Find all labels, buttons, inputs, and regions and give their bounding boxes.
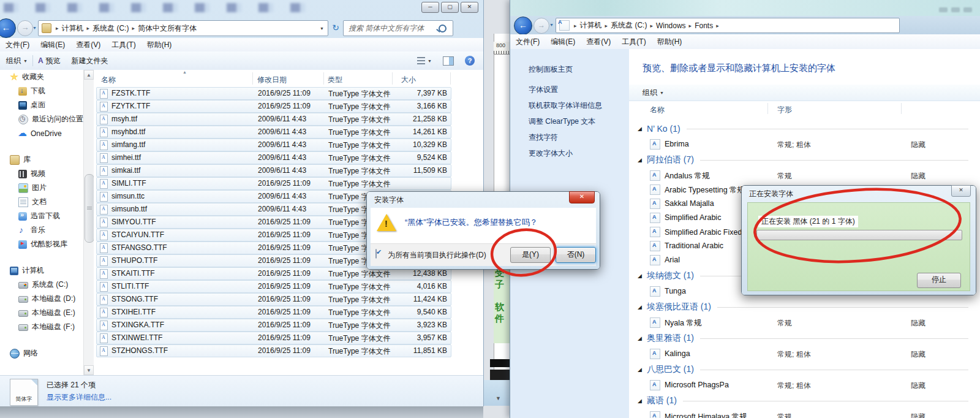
header-separator[interactable]	[901, 103, 902, 114]
collapse-triangle-icon[interactable]: ◢	[638, 126, 642, 132]
font-row[interactable]: Kalinga常规; 粗体隐藏	[629, 347, 980, 361]
breadcrumb-item[interactable]: 简体中文所有字体	[138, 23, 197, 34]
task-link[interactable]: 查找字符	[529, 132, 558, 143]
table-row[interactable]: STXINWEI.TTF2016/9/25 11:09TrueType 字体文件…	[96, 332, 451, 344]
sidebar-item[interactable]: 库	[0, 153, 83, 167]
table-row[interactable]: simfang.ttf2009/6/11 4:43TrueType 字体文件10…	[96, 139, 451, 151]
sidebar-item[interactable]: 文档	[0, 195, 83, 209]
new-folder-button[interactable]: 新建文件夹	[72, 56, 108, 66]
sidebar-item[interactable]: 优酷影视库	[0, 237, 83, 251]
address-dropdown-icon[interactable]: ▼	[320, 26, 324, 31]
collapse-triangle-icon[interactable]: ◢	[638, 335, 642, 341]
table-row[interactable]: STXIHEI.TTF2016/9/25 11:09TrueType 字体文件9…	[96, 306, 451, 319]
address-bar[interactable]: ▸计算机▸系统盘 (C:)▸简体中文所有字体 ▼	[38, 20, 328, 36]
column-header-date[interactable]: 修改日期	[257, 75, 287, 85]
menu-item[interactable]: 查看(V)	[581, 37, 616, 47]
breadcrumb-item[interactable]: Fonts	[695, 21, 713, 30]
close-icon[interactable]: ✕	[569, 191, 595, 203]
control-panel-home-link[interactable]: 控制面板主页	[529, 64, 573, 75]
font-group-header[interactable]: ◢藏语 (1)	[629, 392, 980, 409]
sidebar-item[interactable]: 收藏夹	[0, 70, 83, 84]
sidebar-item[interactable]: 网络	[0, 346, 83, 360]
table-row[interactable]: SIMLI.TTF2016/9/25 11:09TrueType 字体文件	[96, 177, 451, 190]
column-header-type[interactable]: 类型	[328, 75, 342, 85]
collapse-triangle-icon[interactable]: ◢	[638, 157, 642, 163]
table-row[interactable]: msyh.ttf2009/6/11 4:43TrueType 字体文件21,25…	[96, 113, 451, 126]
header-separator[interactable]	[252, 72, 253, 85]
sidebar-item[interactable]: 下载	[0, 84, 83, 98]
task-link[interactable]: 更改字体大小	[529, 148, 573, 159]
breadcrumb[interactable]: ▸计算机▸系统盘 (C:)▸简体中文所有字体	[53, 23, 197, 34]
collapse-triangle-icon[interactable]: ◢	[638, 273, 642, 279]
menu-item[interactable]: 工具(T)	[616, 37, 651, 47]
font-row[interactable]: Microsoft Himalaya 常规常规隐藏	[629, 409, 980, 418]
organize-button[interactable]: 组织	[6, 56, 21, 66]
font-row[interactable]: Microsoft PhagsPa常规; 粗体隐藏	[629, 378, 980, 392]
scroll-down-icon[interactable]: ▼	[84, 365, 94, 375]
table-row[interactable]: FZSTK.TTF2016/9/25 11:09TrueType 字体文件7,3…	[96, 87, 451, 100]
table-row[interactable]: msyhbd.ttf2009/6/11 4:43TrueType 字体文件14,…	[96, 126, 451, 139]
back-button[interactable]: ←	[514, 17, 532, 35]
font-group-header[interactable]: ◢八思巴文 (1)	[629, 361, 980, 378]
maximize-button[interactable]: ▢	[441, 2, 459, 13]
views-dropdown-icon[interactable]: ▼	[428, 59, 432, 63]
breadcrumb-item[interactable]: 计算机	[580, 20, 602, 31]
organize-button[interactable]: 组织	[643, 88, 657, 98]
table-row[interactable]: simhei.ttf2009/6/11 4:43TrueType 字体文件9,5…	[96, 151, 451, 164]
collapse-triangle-icon[interactable]: ◢	[638, 367, 642, 373]
help-icon[interactable]: ?	[465, 56, 475, 66]
sidebar-item[interactable]: 系统盘 (C:)	[0, 278, 83, 292]
sidebar-item[interactable]: 本地磁盘 (F:)	[0, 320, 83, 334]
preview-button[interactable]: 预览	[46, 56, 61, 66]
table-row[interactable]: STZHONGS.TTF2016/9/25 11:09TrueType 字体文件…	[96, 344, 451, 357]
header-separator[interactable]	[392, 72, 393, 85]
breadcrumb-item[interactable]: 计算机	[62, 23, 84, 34]
font-row[interactable]: Ebrima常规; 粗体隐藏	[629, 137, 980, 151]
menu-item[interactable]: 文件(F)	[510, 37, 545, 47]
nav-history-dropdown-icon[interactable]: ▼	[549, 23, 554, 27]
search-input[interactable]: 搜索 简体中文所有字体	[349, 23, 439, 34]
menu-item[interactable]: 帮助(H)	[652, 37, 688, 47]
sidebar-item[interactable]: 计算机	[0, 264, 83, 278]
menu-item[interactable]: 工具(T)	[106, 40, 141, 50]
breadcrumb-item[interactable]: Windows	[656, 21, 686, 30]
column-header-size[interactable]: 大小	[401, 75, 416, 85]
sidebar-item[interactable]: 迅雷下载	[0, 209, 83, 223]
stop-button[interactable]: 停止	[917, 273, 961, 288]
menu-item[interactable]: 查看(V)	[70, 40, 106, 50]
forward-button[interactable]: →	[17, 20, 33, 36]
menu-item[interactable]: 文件(F)	[0, 40, 35, 50]
font-group-header[interactable]: ◢N’ Ko (1)	[629, 120, 980, 137]
nav-history-dropdown-icon[interactable]: ▼	[32, 26, 37, 30]
column-header-name[interactable]: 名称	[650, 105, 665, 115]
header-separator[interactable]	[323, 72, 324, 85]
show-more-details-link[interactable]: 显示更多详细信息...	[47, 392, 111, 403]
font-group-header[interactable]: ◢埃塞俄比亚语 (1)	[629, 298, 980, 316]
refresh-icon[interactable]: ↻	[330, 21, 342, 34]
task-link[interactable]: 字体设置	[529, 85, 558, 95]
breadcrumb[interactable]: ▸计算机▸系统盘 (C:)▸Windows▸Fonts▸	[571, 20, 722, 31]
table-row[interactable]: simkai.ttf2009/6/11 4:43TrueType 字体文件11,…	[96, 164, 451, 177]
sidebar-item[interactable]: 桌面	[0, 98, 83, 112]
views-icon[interactable]	[417, 57, 425, 64]
close-button[interactable]: ✕	[461, 2, 478, 13]
column-header-styles[interactable]: 字形	[777, 105, 792, 115]
sidebar-item[interactable]: 本地磁盘 (E:)	[0, 306, 83, 320]
sidebar-scrollbar[interactable]: ▲ ▼	[83, 70, 94, 375]
menu-item[interactable]: 帮助(H)	[141, 40, 178, 50]
preview-pane-icon[interactable]	[443, 56, 454, 66]
apply-to-all-checkbox[interactable]	[375, 249, 377, 259]
search-icon[interactable]	[439, 25, 447, 32]
header-separator[interactable]	[767, 103, 768, 114]
task-link[interactable]: 调整 ClearType 文本	[529, 116, 595, 127]
task-link[interactable]: 联机获取字体详细信息	[529, 101, 602, 111]
yes-button[interactable]: 是(Y)	[510, 247, 551, 263]
sidebar-item[interactable]: 图片	[0, 181, 83, 195]
font-row[interactable]: Nyala 常规常规隐藏	[629, 316, 980, 330]
minimize-button[interactable]: ─	[421, 2, 439, 13]
sidebar-item[interactable]: 音乐	[0, 223, 83, 237]
table-row[interactable]: STSONG.TTF2016/9/25 11:09TrueType 字体文件11…	[96, 293, 451, 306]
sidebar-item[interactable]: 视频	[0, 167, 83, 181]
font-row[interactable]: Andalus 常规常规隐藏	[629, 169, 980, 183]
breadcrumb-item[interactable]: 系统盘 (C:)	[611, 20, 647, 31]
